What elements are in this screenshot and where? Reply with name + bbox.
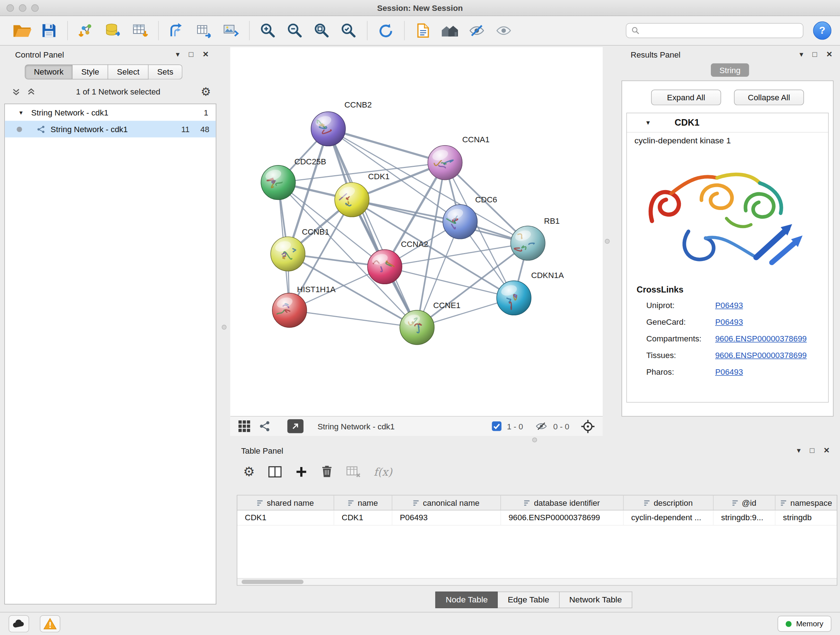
tab-sets[interactable]: Sets: [149, 65, 183, 80]
tab-edge-table[interactable]: Edge Table: [498, 592, 560, 608]
homes-button[interactable]: [436, 18, 463, 43]
expand-all-icon[interactable]: [27, 87, 35, 96]
import-network-from-database-button[interactable]: [99, 18, 126, 43]
save-session-button[interactable]: [35, 18, 62, 43]
column-header--id[interactable]: @id: [714, 496, 775, 510]
detach-view-button[interactable]: [287, 419, 303, 433]
network-edge[interactable]: [289, 310, 417, 327]
zoom-in-button[interactable]: [255, 18, 281, 43]
panel-maximize-icon[interactable]: □: [810, 447, 814, 454]
splitter-handle[interactable]: [605, 239, 609, 244]
crosslinks-heading: CrossLinks: [627, 282, 828, 297]
scrollbar-thumb[interactable]: [242, 580, 303, 584]
table-cell[interactable]: P06493: [392, 510, 501, 525]
table-options-gear-icon[interactable]: ⚙: [243, 465, 255, 478]
open-session-button[interactable]: [9, 18, 35, 43]
splitter-handle[interactable]: [532, 437, 537, 442]
network-edge[interactable]: [328, 129, 445, 163]
string-results-tab[interactable]: String: [711, 63, 749, 77]
column-header-namespace[interactable]: namespace: [775, 496, 837, 510]
export-image-button[interactable]: [218, 18, 244, 43]
panel-close-icon[interactable]: ✕: [826, 50, 832, 58]
network-edge[interactable]: [352, 200, 528, 243]
network-options-gear-icon[interactable]: ⚙: [201, 86, 211, 97]
table-row[interactable]: CDK1CDK1P064939606.ENSP00000378699cyclin…: [237, 510, 837, 526]
panel-maximize-icon[interactable]: □: [189, 50, 194, 58]
tab-node-table[interactable]: Node Table: [436, 592, 498, 608]
column-header-canonical-name[interactable]: canonical name: [392, 496, 501, 510]
protein-section-header[interactable]: ▾ CDK1: [627, 113, 828, 133]
panel-float-icon[interactable]: ▾: [797, 447, 801, 454]
table-cell[interactable]: CDK1: [334, 510, 393, 525]
network-overview-icon[interactable]: [258, 420, 271, 432]
network-edge[interactable]: [328, 129, 417, 328]
crosslink-value-link[interactable]: P06493: [715, 317, 743, 326]
panel-close-icon[interactable]: ✕: [202, 50, 209, 58]
network-canvas[interactable]: CCNB2CCNA1CDC25BCDK1CDC6RB1CCNB1CCNA2CDK…: [231, 47, 603, 416]
zoom-out-button[interactable]: [281, 18, 308, 43]
table-cell[interactable]: stringdb: [775, 510, 837, 525]
table-cell[interactable]: CDK1: [237, 510, 334, 525]
memory-button[interactable]: Memory: [778, 616, 831, 632]
expand-all-button[interactable]: Expand All: [651, 90, 721, 105]
show-columns-icon[interactable]: [268, 465, 282, 478]
tree-expander-icon[interactable]: ▾: [19, 109, 23, 116]
hide-selected-button[interactable]: [463, 18, 490, 43]
import-network-from-file-button[interactable]: [73, 18, 99, 43]
horizontal-scrollbar[interactable]: [237, 578, 837, 585]
table-cell[interactable]: cyclin-dependent ...: [624, 510, 714, 525]
new-network-from-selection-button[interactable]: [164, 18, 190, 43]
export-network-button[interactable]: [191, 18, 218, 43]
network-collection-row[interactable]: ▾ String Network - cdk1 1: [5, 104, 216, 121]
delete-table-icon[interactable]: [346, 465, 361, 478]
toolbar-search[interactable]: [626, 23, 804, 38]
tab-network[interactable]: Network: [25, 65, 73, 80]
grid-view-icon[interactable]: [238, 420, 251, 432]
node-label-CDC25B: CDC25B: [294, 157, 326, 166]
tab-network-table[interactable]: Network Table: [560, 592, 632, 608]
network-list-item[interactable]: String Network - cdk1 11 48: [5, 121, 216, 138]
hidden-eye-slash-icon[interactable]: [534, 420, 548, 432]
crosslink-value-link[interactable]: 9606.ENSP00000378699: [715, 350, 807, 359]
document-button[interactable]: [409, 18, 436, 43]
column-header-description[interactable]: description: [624, 496, 714, 510]
panel-maximize-icon[interactable]: □: [813, 50, 817, 58]
warnings-button[interactable]: [40, 615, 60, 632]
tab-select[interactable]: Select: [109, 65, 149, 80]
zoom-window-button[interactable]: [31, 4, 39, 12]
column-header-database-identifier[interactable]: database identifier: [501, 496, 624, 510]
column-header-name[interactable]: name: [334, 496, 393, 510]
help-button[interactable]: ?: [813, 21, 832, 40]
close-window-button[interactable]: [6, 4, 14, 12]
application-window: Session: New Session: [0, 0, 840, 635]
show-hidden-button[interactable]: [490, 18, 517, 43]
panel-float-icon[interactable]: ▾: [176, 50, 180, 58]
selected-checkbox-icon[interactable]: [491, 421, 502, 432]
crosslink-value-link[interactable]: 9606.ENSP00000378699: [715, 334, 807, 343]
function-builder-button[interactable]: f(x): [374, 465, 392, 478]
save-icon: [41, 22, 58, 39]
network-edge[interactable]: [385, 267, 514, 298]
panel-float-icon[interactable]: ▾: [799, 50, 803, 58]
column-header-shared-name[interactable]: shared name: [237, 496, 334, 510]
zoom-selected-button[interactable]: [335, 18, 362, 43]
table-cell[interactable]: stringdb:9...: [714, 510, 775, 525]
crosslink-value-link[interactable]: P06493: [715, 367, 743, 376]
section-collapse-icon[interactable]: ▾: [646, 119, 650, 127]
splitter-handle[interactable]: [222, 325, 226, 329]
cloud-button[interactable]: [9, 615, 29, 632]
create-column-icon[interactable]: [294, 465, 308, 478]
panel-close-icon[interactable]: ✕: [823, 447, 829, 454]
minimize-window-button[interactable]: [19, 4, 27, 12]
fit-selected-crosshair-icon[interactable]: [581, 419, 595, 433]
import-table-from-file-button[interactable]: [126, 18, 153, 43]
search-input[interactable]: [644, 27, 798, 35]
collapse-all-button[interactable]: Collapse All: [734, 90, 804, 105]
delete-column-icon[interactable]: [321, 465, 333, 478]
table-cell[interactable]: 9606.ENSP00000378699: [501, 510, 624, 525]
collapse-all-icon[interactable]: [12, 87, 21, 96]
tab-style[interactable]: Style: [73, 65, 109, 80]
crosslink-value-link[interactable]: P06493: [715, 301, 743, 310]
zoom-fit-button[interactable]: [308, 18, 335, 43]
apply-layout-button[interactable]: [372, 18, 399, 43]
